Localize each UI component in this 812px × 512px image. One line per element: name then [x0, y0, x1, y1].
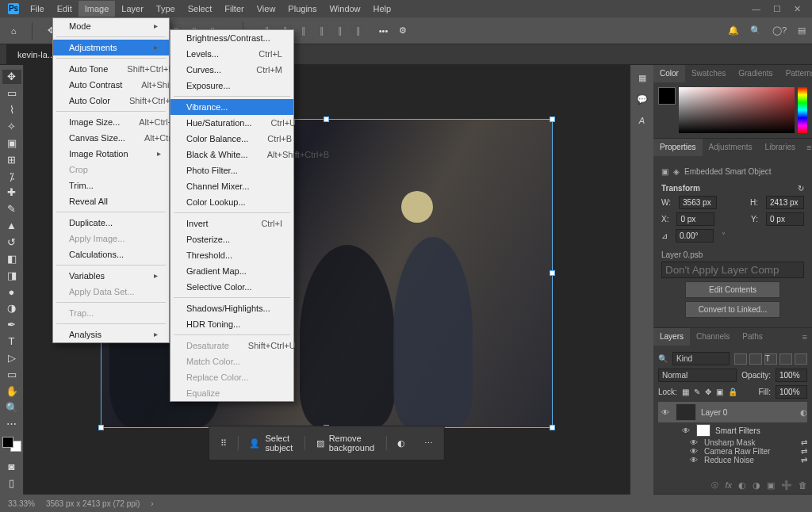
overflow-icon[interactable]: •••	[379, 26, 389, 36]
menuitem-reveal-all[interactable]: Reveal All	[53, 193, 169, 209]
tab-gradients[interactable]: Gradients	[732, 65, 779, 82]
comments-panel-icon[interactable]: 💬	[637, 94, 648, 105]
x-input[interactable]: 0 px	[676, 212, 714, 226]
panel-menu-icon[interactable]: ≡	[798, 328, 812, 346]
menuitem-channel-mixer-[interactable]: Channel Mixer...	[170, 178, 293, 194]
menuitem-auto-tone[interactable]: Auto ToneShift+Ctrl+L	[53, 61, 169, 77]
tab-channels[interactable]: Channels	[690, 328, 736, 346]
layer-row-0[interactable]: 👁 Layer 0 ◐	[658, 402, 807, 422]
mask-icon[interactable]: ◐	[738, 480, 746, 491]
visibility-icon[interactable]: 👁	[690, 438, 699, 447]
screenmode-icon[interactable]: ▯	[2, 476, 21, 490]
stamp-tool[interactable]: ▲	[2, 219, 21, 233]
tab-paths[interactable]: Paths	[736, 328, 769, 346]
blend-mode-select[interactable]: Normal	[658, 369, 737, 382]
path-tool[interactable]: ▷	[2, 351, 21, 365]
menu-type[interactable]: Type	[150, 1, 182, 17]
history-panel-icon[interactable]: ▦	[638, 73, 646, 83]
trash-icon[interactable]: 🗑	[799, 480, 807, 491]
ctb-drag-icon[interactable]: ⠿	[213, 434, 235, 453]
menu-plugins[interactable]: Plugins	[282, 1, 323, 17]
menuitem-auto-color[interactable]: Auto ColorShift+Ctrl+B	[53, 93, 169, 109]
eyedropper-tool[interactable]: ⁒	[2, 169, 21, 183]
heal-tool[interactable]: ✚	[2, 185, 21, 200]
menuitem-brightness-contrast-[interactable]: Brightness/Contrast...	[170, 30, 293, 46]
filter-type-icon[interactable]: T	[764, 353, 777, 365]
y-input[interactable]: 0 px	[766, 212, 804, 226]
dist-bottom-icon[interactable]: ‖	[350, 23, 366, 39]
filter-shape-icon[interactable]	[779, 353, 792, 365]
lasso-tool[interactable]: ⌇	[2, 103, 21, 117]
type-tool[interactable]: T	[2, 334, 21, 349]
menuitem-hdr-toning-[interactable]: HDR Toning...	[170, 316, 293, 332]
smart-filters-row[interactable]: 👁 Smart Filters	[658, 422, 807, 438]
tab-patterns[interactable]: Patterns	[779, 65, 812, 82]
lock-all-icon[interactable]: 🔒	[728, 388, 737, 396]
tab-swatches[interactable]: Swatches	[685, 65, 732, 82]
tab-adjustments[interactable]: Adjustments	[703, 139, 759, 156]
link-icon[interactable]: ⦾	[711, 480, 718, 491]
menuitem-color-balance-[interactable]: Color Balance...Ctrl+B	[170, 131, 293, 147]
filter-adj-icon[interactable]	[749, 353, 762, 365]
newlayer-icon[interactable]: ➕	[781, 480, 792, 491]
history-brush-tool[interactable]: ↺	[2, 235, 21, 250]
filter-pix-icon[interactable]	[734, 353, 747, 365]
menuitem-auto-contrast[interactable]: Auto ContrastAlt+Shift+Ctrl+L	[53, 77, 169, 93]
gradient-tool[interactable]: ◨	[2, 268, 21, 282]
fx-icon[interactable]: fx	[725, 480, 732, 491]
menuitem-photo-filter-[interactable]: Photo Filter...	[170, 162, 293, 178]
menuitem-curves-[interactable]: Curves...Ctrl+M	[170, 62, 293, 78]
menuitem-analysis[interactable]: Analysis	[53, 327, 169, 342]
close-icon[interactable]: ✕	[794, 4, 801, 14]
zoom-level[interactable]: 33.33%	[8, 499, 35, 508]
tab-properties[interactable]: Properties	[653, 139, 703, 156]
fx-toggle-icon[interactable]: ⇄	[801, 456, 807, 464]
select-subject-button[interactable]: 👤Select subject	[241, 430, 301, 457]
search-icon[interactable]: 🔍	[750, 25, 761, 36]
menuitem-gradient-map-[interactable]: Gradient Map...	[170, 263, 293, 279]
minimize-icon[interactable]: —	[752, 4, 760, 14]
menuitem-invert[interactable]: InvertCtrl+I	[170, 216, 293, 231]
menu-edit[interactable]: Edit	[51, 1, 79, 17]
edit-contents-button[interactable]: Edit Contents	[685, 281, 780, 298]
wand-tool[interactable]: ✧	[2, 120, 21, 134]
crop-tool[interactable]: ▣	[2, 136, 21, 150]
opacity-input[interactable]: 100%	[776, 369, 807, 382]
more-tools[interactable]: ⋯	[2, 417, 21, 431]
glyphs-panel-icon[interactable]: A	[639, 116, 645, 125]
menu-filter[interactable]: Filter	[218, 1, 250, 17]
menuitem-adjustments[interactable]: Adjustments	[53, 40, 169, 55]
dist-right-icon[interactable]: ‖	[296, 23, 312, 39]
eraser-tool[interactable]: ◧	[2, 251, 21, 266]
help-icon[interactable]: ◯?	[772, 25, 787, 36]
menuitem-mode[interactable]: Mode	[53, 18, 169, 34]
hand-tool[interactable]: ✋	[2, 384, 21, 398]
menuitem-threshold-[interactable]: Threshold...	[170, 247, 293, 263]
dodge-tool[interactable]: ◑	[2, 301, 21, 315]
menuitem-black-&-white-[interactable]: Black & White...Alt+Shift+Ctrl+B	[170, 147, 293, 162]
quickmask-icon[interactable]: ◙	[2, 459, 21, 473]
menuitem-variables[interactable]: Variables	[53, 268, 169, 284]
brush-tool[interactable]: ✎	[2, 202, 21, 216]
filter-row[interactable]: 👁Camera Raw Filter⇄	[658, 447, 807, 456]
lock-paint-icon[interactable]: ✎	[694, 388, 700, 396]
filter-row[interactable]: 👁Unsharp Mask⇄	[658, 438, 807, 447]
ctb-more-icon[interactable]: ⋯	[416, 434, 441, 453]
menuitem-duplicate-[interactable]: Duplicate...	[53, 215, 169, 231]
group-icon[interactable]: ▣	[767, 480, 775, 491]
lock-trans-icon[interactable]: ▦	[682, 388, 689, 396]
menu-select[interactable]: Select	[182, 1, 219, 17]
fx-toggle-icon[interactable]: ⇄	[801, 447, 807, 456]
home-icon[interactable]: ⌂	[6, 24, 21, 38]
fx-toggle-icon[interactable]: ⇄	[801, 438, 807, 447]
menuitem-vibrance-[interactable]: Vibrance...	[170, 99, 293, 115]
menu-image[interactable]: Image	[79, 1, 116, 17]
menuitem-color-lookup-[interactable]: Color Lookup...	[170, 194, 293, 210]
menu-layer[interactable]: Layer	[115, 1, 150, 17]
filter-smart-icon[interactable]	[795, 353, 807, 365]
menuitem-image-size-[interactable]: Image Size...Alt+Ctrl+I	[53, 114, 169, 130]
menu-view[interactable]: View	[251, 1, 282, 17]
menuitem-exposure-[interactable]: Exposure...	[170, 78, 293, 94]
visibility-icon[interactable]: 👁	[690, 447, 699, 456]
frame-tool[interactable]: ⊞	[2, 152, 21, 166]
